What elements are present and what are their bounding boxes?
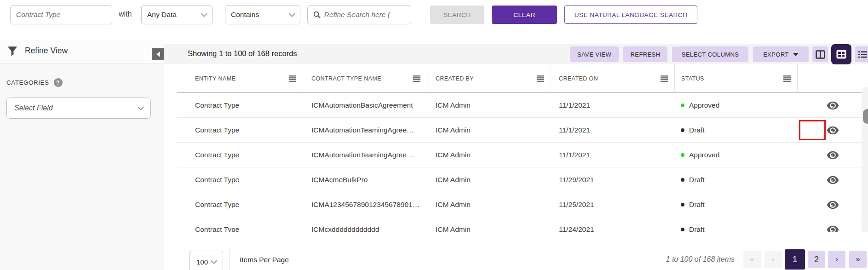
column-header-created-on: CREATED ON [551,64,675,93]
view-record-eye-icon[interactable] [827,176,839,184]
table-header: ENTITY NAME CONTRACT TYPE NAME CREATED B… [177,64,868,93]
list-view-toggle[interactable] [855,46,868,62]
cell-status: Draft [681,118,796,143]
export-button[interactable]: EXPORT [753,46,809,62]
two-column-layout-icon [816,50,825,59]
status-dot [681,103,684,107]
prev-page-button[interactable]: ‹ [765,251,782,268]
cell-created-on: 11/1/2021 [559,93,672,118]
grid-toolbar: Showing 1 to 100 of 168 records SAVE VIE… [164,44,868,64]
view-record-eye-icon[interactable] [827,151,839,160]
cell-created-by: ICM Admin [436,167,548,192]
export-label: EXPORT [763,51,789,58]
cell-contract-type-name: ICMcxdddddddddddd [311,217,425,232]
cell-created-on: 11/1/2021 [559,143,672,167]
table-row[interactable]: Contract Type ICMcxdddddddddddd ICM Admi… [177,217,868,232]
cell-actions [798,167,868,192]
categories-label: CATEGORIES [6,79,49,86]
chevron-down-icon [138,103,144,110]
refine-search-input[interactable] [324,11,405,19]
cell-created-on: 11/29/2021 [559,167,672,192]
caret-down-icon [793,53,799,56]
status-label: Draft [689,126,705,134]
cell-entity-name: Contract Type [195,143,301,167]
cell-entity-name: Contract Type [195,167,301,192]
view-record-eye-icon[interactable] [827,225,839,233]
view-record-eye-icon[interactable] [827,126,839,135]
column-header-entity-name: ENTITY NAME [177,64,303,93]
save-view-button[interactable]: SAVE VIEW [570,46,619,62]
cell-status: Approved [681,143,796,167]
table-row[interactable]: Contract Type ICMAutomationTeamingAgree…… [177,143,868,167]
chevron-left-icon [156,52,160,57]
pagination-range-text: 1 to 100 of 168 items [644,255,735,264]
sidebar-header: Refine View [0,39,164,63]
column-menu-icon[interactable] [783,75,791,82]
column-menu-icon[interactable] [289,75,296,82]
operator-select[interactable]: Contains [225,5,300,24]
with-label: with [119,10,132,18]
cell-contract-type-name: ICMAutomationBasicAgreement [311,93,425,118]
page-button-2[interactable]: 2 [808,251,825,268]
chevron-down-icon [289,10,295,17]
select-field-dropdown[interactable]: Select Field [6,98,151,119]
natural-language-search-button[interactable]: USE NATURAL LANGUAGE SEARCH [564,6,697,24]
status-dot [681,178,684,182]
cell-status: Approved [681,93,796,118]
table-row[interactable]: Contract Type ICMAutomationBasicAgreemen… [177,93,868,118]
vertical-scrollbar-thumb[interactable] [863,109,868,124]
cell-actions [798,192,868,217]
cell-status: Draft [681,217,796,232]
status-label: Approved [689,151,719,159]
sidebar-collapse-button[interactable] [152,48,164,60]
column-header-actions [798,64,868,93]
red-highlight-box [799,120,826,140]
status-dot [681,228,684,231]
last-page-button[interactable]: » [849,251,867,268]
grid-view-toggle-active[interactable] [831,44,851,64]
column-header-status: STATUS [675,64,798,93]
vertical-scrollbar-track[interactable] [862,87,868,232]
cell-contract-type-name: ICMAcmeBulkPro [311,167,425,192]
column-menu-icon[interactable] [413,75,420,82]
operator-value: Contains [231,11,259,19]
cell-contract-type-name: ICMAutomationTeamingAgree… [311,118,425,143]
view-record-eye-icon[interactable] [827,201,839,209]
column-header-contract-type-name: CONTRACT TYPE NAME [303,64,427,93]
status-label: Approved [689,101,719,109]
select-columns-button[interactable]: SELECT COLUMNS [672,46,748,62]
column-label: ENTITY NAME [195,75,236,82]
column-label: CREATED BY [436,75,474,82]
table-row[interactable]: Contract Type ICMAutomationTeamingAgree…… [177,118,868,143]
bulleted-list-icon [858,51,868,58]
next-page-button[interactable]: › [828,251,845,268]
clear-button[interactable]: CLEAR [492,6,557,24]
status-dot [681,203,684,207]
column-menu-icon[interactable] [661,75,668,82]
first-page-button[interactable]: « [743,251,761,268]
column-menu-icon[interactable] [537,75,544,82]
view-record-eye-icon[interactable] [827,101,839,110]
page-button-1-active[interactable]: 1 [785,249,805,270]
chevron-down-icon [201,10,207,17]
cell-actions [798,93,868,118]
table-row[interactable]: Contract Type ICMAcmeBulkPro ICM Admin 1… [177,167,868,192]
data-scope-select[interactable]: Any Data [141,5,213,24]
categories-row: CATEGORIES ? [6,78,63,87]
column-view-toggle[interactable] [812,46,828,62]
cell-entity-name: Contract Type [195,93,301,118]
entity-filter-input[interactable] [16,11,106,19]
chevron-down-icon [211,257,217,264]
items-per-page-label: Items Per Page [240,256,289,264]
items-per-page-value: 100 [196,258,208,266]
items-per-page-select[interactable]: 100 [190,251,223,270]
cell-created-by: ICM Admin [436,192,548,217]
cell-status: Draft [681,167,796,192]
cell-status: Draft [681,192,796,217]
table-row[interactable]: Contract Type ICMA123456789012345678901…… [177,192,868,217]
help-icon[interactable]: ? [54,78,63,87]
cell-contract-type-name: ICMA123456789012345678901… [311,192,425,217]
column-label: CONTRACT TYPE NAME [311,75,381,82]
refresh-button[interactable]: REFRESH [623,46,667,62]
search-button[interactable]: SEARCH [430,6,484,24]
